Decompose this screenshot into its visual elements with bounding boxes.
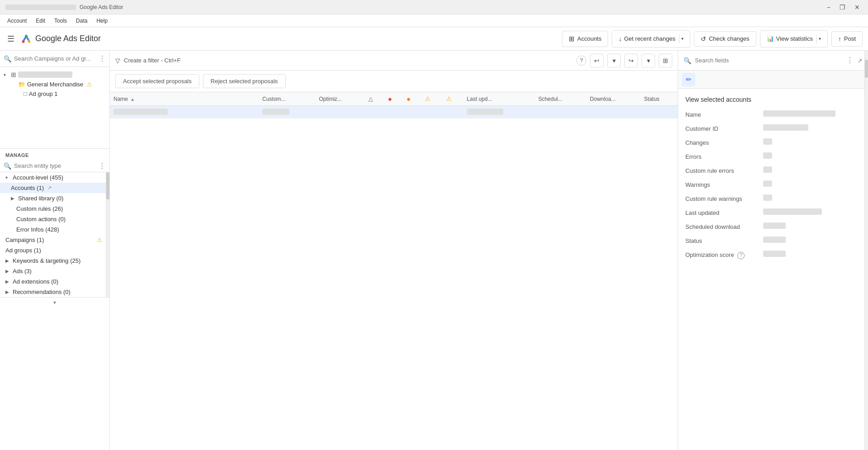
ae-expand-icon: ▶	[5, 279, 11, 284]
top-toolbar: ☰ Google Ads Editor ⊞ Accounts ↓ Get rec…	[0, 27, 868, 51]
col-custom[interactable]: Custom...	[259, 92, 315, 106]
post-button[interactable]: ↑ Post	[831, 31, 863, 47]
undo-dropdown-button[interactable]: ▾	[607, 54, 621, 67]
field-row-custom-rule-warnings: Custom rule warnings █	[685, 194, 861, 202]
row-custom-value: ████	[262, 109, 289, 115]
minimize-button[interactable]: −	[824, 3, 833, 12]
entity-accounts[interactable]: Accounts (1) ↗	[0, 183, 106, 193]
undo-button[interactable]: ↩	[590, 54, 604, 67]
col-error-orange[interactable]: ●	[403, 92, 421, 106]
columns-button[interactable]: ⊞	[659, 54, 672, 67]
entity-recommendations[interactable]: ▶ Recommendations (0)	[0, 287, 106, 297]
table-row[interactable]: ████████████ ████ ████████	[110, 106, 678, 118]
accept-proposals-button[interactable]: Accept selected proposals	[115, 74, 199, 88]
entity-keywords[interactable]: ▶ Keywords & targeting (25)	[0, 256, 106, 266]
entity-search-bar: 🔍 ⋮	[0, 160, 109, 172]
table-header: Name ▲ Custom... Optimiz... △ ● ●	[110, 92, 678, 106]
root-folder-icon: ⊞	[11, 71, 16, 78]
right-expand-icon[interactable]: ↗	[857, 57, 863, 64]
hamburger-button[interactable]: ☰	[5, 32, 16, 46]
col-status[interactable]: Status	[641, 92, 678, 106]
check-changes-icon: ↺	[701, 35, 706, 43]
cr-label: Custom rules (26)	[16, 205, 63, 212]
entity-custom-actions[interactable]: Custom actions (0)	[0, 214, 106, 224]
ads-label: Ads (3)	[13, 268, 32, 275]
name-sort-icon: ▲	[130, 97, 135, 102]
right-search-more-icon[interactable]: ⋮	[846, 56, 854, 65]
ads-expand-icon: ▶	[5, 269, 11, 274]
redo-button[interactable]: ↪	[624, 54, 638, 67]
menu-account[interactable]: Account	[4, 17, 30, 25]
close-button[interactable]: ✕	[852, 3, 863, 12]
entity-error-infos[interactable]: Error Infos (428)	[0, 224, 106, 235]
gm-label: General Merchandise	[27, 81, 83, 88]
main-layout: 🔍 ⋮ ▾ ⊞ ████████████ 📁 General Merchandi…	[0, 51, 868, 450]
field-value-last-updated: █████████████	[763, 208, 861, 215]
field-value-name: ████████████████	[763, 110, 861, 117]
entity-account-level[interactable]: ▾ Account-level (455)	[0, 172, 106, 183]
post-label: Post	[844, 35, 856, 42]
right-panel-scrollbar[interactable]	[864, 51, 868, 450]
col-warn-outline[interactable]: △	[365, 92, 384, 106]
accounts-button[interactable]: ⊞ Accounts	[562, 31, 608, 47]
entity-campaigns[interactable]: Campaigns (1) ⚠	[0, 235, 106, 245]
kw-expand-icon: ▶	[5, 258, 11, 263]
right-section-title: View selected accounts	[685, 96, 861, 103]
campaign-search-input[interactable]	[14, 55, 96, 62]
entity-ad-extensions[interactable]: ▶ Ad extensions (0)	[0, 276, 106, 287]
view-stats-divider	[816, 34, 817, 43]
view-stats-dropdown-icon[interactable]: ▾	[819, 36, 821, 41]
col-warn-yellow[interactable]: ⚠	[421, 92, 442, 106]
menu-data[interactable]: Data	[72, 17, 91, 25]
reject-proposals-button[interactable]: Reject selected proposals	[203, 74, 286, 88]
tree-item-root[interactable]: ▾ ⊞ ████████████	[0, 70, 109, 80]
manage-header: MANAGE	[0, 149, 109, 160]
menu-edit[interactable]: Edit	[32, 17, 49, 25]
field-value-scheduled-download: █████	[763, 223, 861, 229]
ca-label: Custom actions (0)	[16, 216, 66, 223]
filter-label[interactable]: Create a filter - Ctrl+F	[124, 57, 180, 64]
col-scheduled[interactable]: Schedul...	[535, 92, 586, 106]
menu-tools[interactable]: Tools	[51, 17, 71, 25]
entity-custom-rules[interactable]: Custom rules (26)	[0, 204, 106, 214]
campaign-search-bar: 🔍 ⋮	[0, 51, 109, 67]
kw-label: Keywords & targeting (25)	[13, 257, 80, 264]
optimization-help-icon[interactable]: ?	[737, 252, 745, 259]
post-icon: ↑	[838, 35, 841, 43]
campaign-search-more-icon[interactable]: ⋮	[99, 54, 106, 63]
entity-search-input[interactable]	[14, 162, 96, 169]
col-last-upd[interactable]: Last upd...	[463, 92, 535, 106]
field-row-warnings: Warnings █	[685, 180, 861, 188]
field-label-status: Status	[685, 237, 758, 244]
menu-help[interactable]: Help	[93, 17, 111, 25]
view-statistics-button[interactable]: 📊 View statistics ▾	[760, 30, 828, 47]
view-stats-icon: 📊	[767, 35, 774, 42]
col-download[interactable]: Downloa...	[586, 92, 641, 106]
col-name[interactable]: Name ▲	[110, 92, 259, 106]
help-icon-btn[interactable]: ?	[576, 56, 586, 66]
restore-button[interactable]: ❐	[837, 3, 848, 12]
rec-label: Recommendations (0)	[13, 289, 71, 295]
get-recent-dropdown-icon[interactable]: ▾	[681, 36, 684, 41]
entity-list-container: ▾ Account-level (455) Accounts (1) ↗ ▶ S…	[0, 172, 109, 297]
get-recent-changes-button[interactable]: ↓ Get recent changes ▾	[612, 30, 690, 47]
redo-dropdown-button[interactable]: ▾	[642, 54, 655, 67]
entity-ad-groups[interactable]: Ad groups (1)	[0, 245, 106, 256]
edit-pencil-button[interactable]: ✏	[682, 73, 695, 86]
tree-item-adgroup1[interactable]: □ Ad group 1	[0, 89, 109, 99]
tree-item-general-merchandise[interactable]: 📁 General Merchandise ⚠	[0, 80, 109, 89]
entity-search-more-icon[interactable]: ⋮	[99, 161, 106, 170]
entity-shared-library[interactable]: ▶ Shared library (0)	[0, 193, 106, 204]
col-optimiz[interactable]: Optimiz...	[315, 92, 365, 106]
entity-scroll-bar[interactable]	[106, 172, 109, 297]
accounts-external-icon: ↗	[47, 185, 52, 191]
col-warn-yellow2[interactable]: ⚠	[443, 92, 463, 106]
col-error-red[interactable]: ●	[384, 92, 403, 106]
row-last-upd-value: ████████	[467, 109, 503, 115]
al-label: Account-level (455)	[13, 174, 63, 181]
field-value-changes: █	[763, 138, 861, 145]
campaigns-warn-icon: ⚠	[97, 237, 102, 243]
entity-ads[interactable]: ▶ Ads (3)	[0, 266, 106, 276]
right-search-input[interactable]	[695, 57, 843, 64]
check-changes-button[interactable]: ↺ Check changes	[694, 31, 756, 47]
